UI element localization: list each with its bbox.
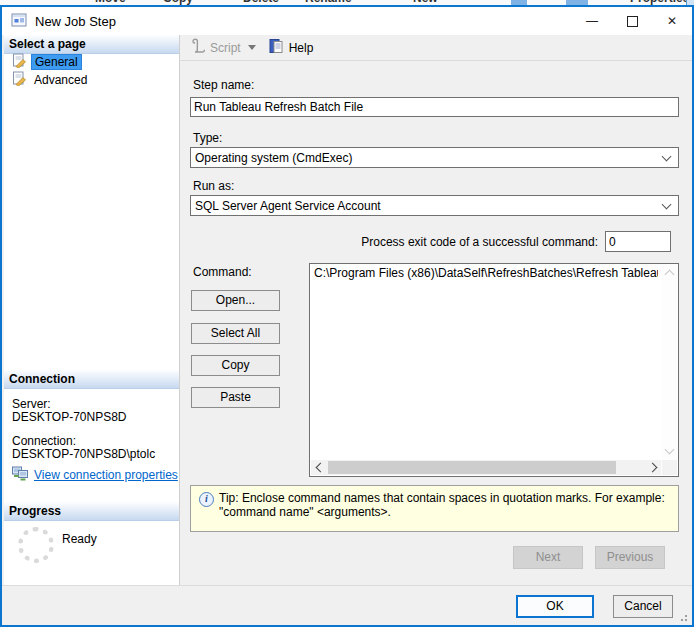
new-job-step-dialog: New Job Step — ✕ Select a page [0, 5, 694, 627]
maximize-icon [627, 16, 638, 27]
run-as-dropdown[interactable]: SQL Server Agent Service Account [190, 195, 679, 216]
exit-code-label: Process exit code of a successful comman… [190, 235, 598, 249]
exit-code-input[interactable] [605, 231, 671, 252]
help-button[interactable]: Help [268, 38, 314, 57]
script-button[interactable]: Script [189, 38, 256, 57]
sidebar: Select a page General [4, 35, 180, 585]
type-dropdown-value: Operating system (CmdExec) [195, 151, 352, 165]
scroll-right-arrow[interactable] [646, 460, 661, 475]
scrollbar-corner [662, 460, 677, 475]
select-all-button[interactable]: Select All [191, 323, 280, 344]
sidebar-item-advanced[interactable]: Advanced [4, 71, 90, 88]
scroll-left-icon [315, 463, 325, 473]
tip-line1: Tip: Enclose command names that contain … [219, 491, 672, 505]
link-label: View connection properties [34, 468, 178, 482]
computers-icon [12, 466, 29, 484]
cancel-button[interactable]: Cancel [613, 595, 673, 618]
open-button[interactable]: Open... [191, 290, 280, 311]
tip-line2: "command name" <arguments>. [219, 505, 672, 519]
ok-button[interactable]: OK [516, 595, 594, 618]
page-pencil-icon [12, 71, 27, 89]
horizontal-scrollbar[interactable] [311, 460, 661, 475]
script-label: Script [210, 41, 241, 55]
page-pencil-icon [12, 53, 27, 71]
run-as-label: Run as: [193, 179, 234, 193]
type-label: Type: [193, 131, 222, 145]
connection-header: Connection [4, 370, 179, 389]
scroll-left-arrow[interactable] [311, 460, 326, 475]
sidebar-item-label: General [31, 54, 82, 70]
help-label: Help [289, 41, 314, 55]
resize-grip[interactable] [677, 611, 687, 621]
connection-value: DESKTOP-70NPS8D\ptolc [12, 447, 155, 461]
window-controls: — ✕ [572, 7, 692, 35]
scroll-icon [189, 38, 205, 57]
minimize-button[interactable]: — [572, 7, 612, 35]
server-label: Server: [12, 397, 51, 411]
command-textbox[interactable]: C:\Program Files (x86)\DataSelf\RefreshB… [309, 263, 679, 477]
command-label: Command: [193, 265, 252, 279]
toolbar: Script Help [179, 35, 692, 61]
chevron-down-icon [248, 45, 256, 50]
sidebar-item-general[interactable]: General [4, 53, 82, 70]
tip-box: Tip: Enclose command names that contain … [190, 485, 679, 532]
spinner-icon [18, 527, 54, 563]
chevron-down-icon [662, 199, 672, 209]
close-button[interactable]: ✕ [652, 7, 692, 35]
scroll-right-icon [647, 463, 657, 473]
chevron-down-icon [662, 151, 672, 161]
footer-separator [2, 585, 692, 586]
select-a-page-header: Select a page [4, 35, 179, 54]
command-text: C:\Program Files (x86)\DataSelf\RefreshB… [314, 266, 658, 280]
type-dropdown[interactable]: Operating system (CmdExec) [190, 147, 679, 168]
run-as-dropdown-value: SQL Server Agent Service Account [195, 199, 381, 213]
screen: Move Copy Delete Rename New Properties N… [0, 0, 694, 627]
dialog-window-icon [11, 12, 27, 31]
sidebar-item-label: Advanced [31, 73, 90, 87]
dialog-title: New Job Step [35, 14, 116, 29]
scroll-up-icon [665, 270, 675, 280]
previous-button[interactable]: Previous [595, 546, 665, 569]
copy-button[interactable]: Copy [191, 355, 280, 376]
scroll-down-icon [665, 445, 675, 455]
paste-button[interactable]: Paste [191, 387, 280, 408]
step-name-input[interactable] [190, 97, 679, 117]
maximize-button[interactable] [612, 7, 652, 35]
horizontal-scroll-thumb[interactable] [328, 461, 616, 474]
vertical-scrollbar[interactable] [662, 265, 677, 459]
server-value: DESKTOP-70NPS8D [12, 410, 127, 424]
next-button[interactable]: Next [513, 546, 583, 569]
step-name-label: Step name: [193, 78, 254, 92]
connection-label: Connection: [12, 434, 76, 448]
info-icon [199, 492, 214, 507]
progress-header: Progress [4, 502, 179, 521]
progress-status: Ready [62, 532, 97, 546]
help-book-icon [268, 38, 284, 57]
title-bar: New Job Step — ✕ [2, 7, 692, 35]
view-connection-properties-link[interactable]: View connection properties [12, 466, 178, 484]
horizontal-scroll-track[interactable] [326, 460, 646, 475]
